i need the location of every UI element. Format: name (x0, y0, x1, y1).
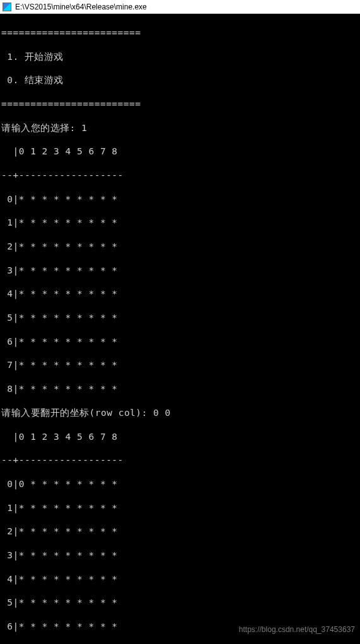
board1-row: 8|* * * * * * * * * (1, 383, 359, 395)
board-header: |0 1 2 3 4 5 6 7 8 (1, 431, 359, 443)
board2-row: 3|* * * * * * * * * (1, 549, 359, 561)
watermark: https://blog.csdn.net/qq_37453637 (239, 625, 355, 634)
board2-row: 2|* * * * * * * * * (1, 526, 359, 538)
board1-row: 3|* * * * * * * * * (1, 265, 359, 277)
menu-option-0: 0. 结束游戏 (1, 74, 359, 86)
console-output[interactable]: ======================== 1. 开始游戏 0. 结束游戏… (0, 14, 360, 644)
titlebar[interactable]: E:\VS2015\mine\x64\Release\mine.exe (0, 0, 360, 14)
board2-row: 1|* * * * * * * * * (1, 502, 359, 514)
window-title: E:\VS2015\mine\x64\Release\mine.exe (15, 3, 147, 11)
board1-row: 2|* * * * * * * * * (1, 241, 359, 253)
board1-row: 4|* * * * * * * * * (1, 288, 359, 300)
divider-line: ======================== (1, 98, 359, 110)
menu-option-1: 1. 开始游戏 (1, 51, 359, 63)
board1-row: 7|* * * * * * * * * (1, 359, 359, 371)
prompt-reveal: 请输入要翻开的坐标(row col): 0 0 (1, 407, 359, 419)
board2-row: 0|0 * * * * * * * * (1, 478, 359, 490)
prompt-choice: 请输入您的选择: 1 (1, 122, 359, 134)
board2-row: 5|* * * * * * * * * (1, 597, 359, 609)
board1-row: 6|* * * * * * * * * (1, 336, 359, 348)
divider-line: ======================== (1, 27, 359, 39)
board1-row: 5|* * * * * * * * * (1, 312, 359, 324)
board2-row: 4|* * * * * * * * * (1, 573, 359, 585)
board-header: |0 1 2 3 4 5 6 7 8 (1, 146, 359, 158)
board1-row: 0|* * * * * * * * * (1, 193, 359, 205)
app-icon (3, 3, 11, 11)
board1-row: 1|* * * * * * * * * (1, 217, 359, 229)
board-hr: --+------------------ (1, 170, 359, 181)
board-hr: --+------------------ (1, 454, 359, 466)
